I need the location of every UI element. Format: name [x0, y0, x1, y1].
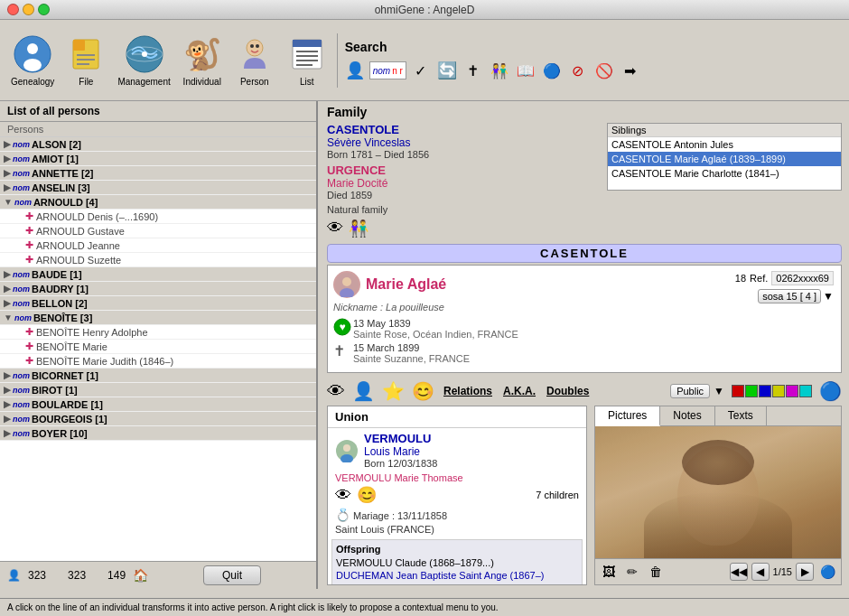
sosa-select[interactable]: sosa 15 [ 4 ] [758, 289, 821, 303]
list-item[interactable]: ▶nomANSELIN [3] [0, 181, 316, 195]
sibling-item[interactable]: CASENTOLE Marie Charlotte (1841–) [608, 166, 841, 181]
search-no-icon[interactable]: ⊘ [566, 59, 590, 82]
person-icon-status: 👤 [7, 569, 21, 582]
person-list: ▶nomALSON [2] ▶nomAMIOT [1] ▶nomANNETTE … [0, 137, 316, 561]
offspring-item[interactable]: DUCHEMAN Jean Baptiste Saint Ange (1867–… [336, 569, 578, 582]
sibling-item[interactable]: CASENTOLE Antonin Jules [608, 137, 841, 152]
family-person1-surname[interactable]: CASENTOLE [327, 123, 600, 136]
photo-prev-btn[interactable]: ◀◀ [730, 563, 748, 581]
color-box-yellow[interactable] [772, 385, 785, 397]
photo-back-btn[interactable]: ◀ [751, 563, 770, 581]
toolbar-individual[interactable]: 🐒 Individual [178, 32, 227, 89]
public-arrow[interactable]: ▼ [714, 385, 724, 397]
photo-add-icon[interactable]: 🖼 [599, 562, 619, 582]
toolbar-list[interactable]: List [283, 32, 331, 89]
list-item[interactable]: ▶nomBAUDE [1] [0, 267, 316, 282]
tab-notes[interactable]: Notes [660, 406, 714, 425]
search-person2-icon[interactable]: 👫 [488, 59, 511, 82]
family-person2-firstname[interactable]: Marie Docité [327, 177, 600, 190]
list-item[interactable]: ✚BENOÎTE Henry Adolphe [0, 325, 316, 340]
color-box-blue[interactable] [759, 385, 771, 397]
maximize-button[interactable] [38, 4, 50, 15]
toolbar-management[interactable]: Management [114, 32, 173, 89]
list-item[interactable]: ▶nomANNETTE [2] [0, 166, 316, 181]
list-item[interactable]: ✚BENOÎTE Marie [0, 340, 316, 354]
search-lifebuoy-icon[interactable]: 🔵 [540, 59, 564, 82]
minimize-button[interactable] [23, 4, 34, 15]
toolbar-file[interactable]: File [61, 32, 110, 89]
list-item[interactable]: ▶nomBOURGEOIS [1] [0, 412, 316, 426]
search-refresh-icon[interactable]: 🔄 [435, 59, 459, 82]
family-person2-surname[interactable]: URGENCE [327, 163, 600, 177]
list-item[interactable]: ✚ARNOULD Gustave [0, 224, 316, 238]
eye-icon[interactable]: 👁 [327, 219, 343, 238]
photo-delete-icon[interactable]: 🗑 [646, 562, 666, 582]
list-item[interactable]: ▶nomBOYER [10] [0, 426, 316, 441]
family-person1-firstname[interactable]: Sévère Vinceslas [327, 136, 600, 149]
list-item[interactable]: ✚ARNOULD Suzette [0, 253, 316, 267]
smiley-action-icon[interactable]: 😊 [412, 380, 434, 402]
toolbar-person[interactable]: Person [230, 32, 279, 89]
nom-search-box[interactable]: nom n r [369, 61, 406, 79]
union-spouse[interactable]: VERMOULU Louis Marie Born 12/03/1838 [328, 428, 586, 472]
search-book-icon[interactable]: 📖 [514, 59, 537, 82]
public-dropdown[interactable]: Public ▼ [670, 384, 724, 398]
search-tick-icon[interactable]: ✓ [409, 59, 433, 82]
relations-link[interactable]: Relations [443, 385, 492, 397]
family-person-icon[interactable]: 👫 [349, 219, 369, 238]
spouse-firstname[interactable]: Louis Marie [364, 445, 437, 458]
close-button[interactable] [7, 4, 19, 15]
spouse-surname[interactable]: VERMOULU [364, 432, 437, 445]
photo-lifebuoy-icon[interactable]: 🔵 [817, 562, 837, 582]
list-item[interactable]: ✚ARNOULD Denis (–...1690) [0, 210, 316, 224]
sosa-row[interactable]: sosa 15 [ 4 ] ▼ [758, 289, 834, 303]
color-box-magenta[interactable] [786, 385, 798, 397]
spouse-link[interactable]: VERMOULU Marie Thomase [328, 472, 586, 483]
photo-next-btn[interactable]: ▶ [796, 563, 814, 581]
search-arrow-icon[interactable]: ➡ [619, 59, 642, 82]
search-person-icon[interactable]: 👤 [343, 59, 367, 82]
list-item[interactable]: ▶nomBAUDRY [1] [0, 282, 316, 296]
list-item[interactable]: ▶nomBOULARDE [1] [0, 397, 316, 412]
quit-button[interactable]: Quit [203, 565, 261, 585]
birth-place: Sainte Rose, Océan Indien, FRANCE [353, 329, 518, 340]
list-item[interactable]: ▼nomARNOULD [4] [0, 195, 316, 210]
svg-point-22 [342, 277, 351, 286]
toolbar-genealogy[interactable]: Genealogy [7, 32, 58, 89]
color-box-green[interactable] [745, 385, 758, 397]
list-item[interactable]: ✚ARNOULD Jeanne [0, 238, 316, 253]
lifebuoy-action-icon[interactable]: 🔵 [819, 380, 842, 402]
star-action-icon[interactable]: ⭐ [382, 380, 405, 402]
list-item[interactable]: ▶nomBIROT [1] [0, 383, 316, 397]
photo-edit-icon[interactable]: ✏ [622, 562, 642, 582]
search-stop-icon[interactable]: 🚫 [592, 59, 616, 82]
person-name[interactable]: Marie Aglaé [366, 276, 446, 293]
color-boxes [732, 385, 812, 397]
union-eye-icon[interactable]: 👁 [335, 486, 351, 505]
offspring-item[interactable]: VERMOULU Claude (1868–1879...) [336, 556, 578, 569]
window-controls[interactable] [7, 4, 50, 15]
color-box-cyan[interactable] [799, 385, 812, 397]
aka-link[interactable]: A.K.A. [503, 385, 536, 397]
list-item[interactable]: ▼nomBENOÎTE [3] [0, 311, 316, 325]
list-item[interactable]: ▶nomBICORNET [1] [0, 369, 316, 383]
svg-rect-7 [77, 63, 89, 65]
list-item[interactable]: ✚BENOÎTE Marie Judith (1846–) [0, 354, 316, 369]
list-item[interactable]: ▶nomAMIOT [1] [0, 152, 316, 166]
tab-texts[interactable]: Texts [715, 406, 767, 425]
sosa-arrow[interactable]: ▼ [823, 290, 834, 303]
list-item[interactable]: ▶nomALSON [2] [0, 137, 316, 152]
casentole-bar[interactable]: CASENTOLE [327, 244, 842, 263]
tab-pictures[interactable]: Pictures [595, 406, 660, 426]
status-bar: A click on the line of an individual tra… [0, 598, 849, 616]
doubles-link[interactable]: Doubles [546, 385, 589, 397]
color-box-red[interactable] [732, 385, 744, 397]
search-cross-icon[interactable]: ✝ [462, 59, 485, 82]
union-smiley-icon[interactable]: 😊 [357, 485, 377, 505]
person-action-icon[interactable]: 👤 [352, 380, 375, 402]
offspring-item[interactable]: VERMOULU Jean Noël (b1870–) [336, 582, 578, 585]
sibling-item-selected[interactable]: CASENTOLE Marie Aglaé (1839–1899) [608, 152, 841, 166]
eye-action-icon[interactable]: 👁 [327, 381, 345, 402]
public-select[interactable]: Public [670, 384, 710, 398]
list-item[interactable]: ▶nomBELLON [2] [0, 296, 316, 311]
